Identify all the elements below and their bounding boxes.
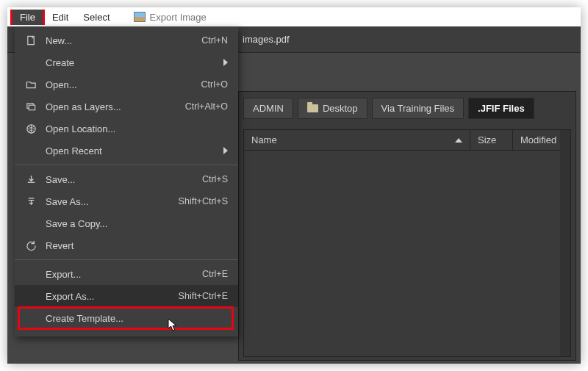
menu-save-copy[interactable]: Save a Copy... <box>15 212 238 234</box>
open-icon <box>25 79 37 90</box>
file-list: Name Size Modified <box>243 129 571 357</box>
menu-open-recent-label: Open Recent <box>44 145 216 156</box>
column-size[interactable]: Size <box>470 130 513 150</box>
menu-create[interactable]: Create <box>15 51 238 73</box>
menu-new[interactable]: New... Ctrl+N <box>15 29 238 51</box>
window-title: Export Image <box>150 12 207 23</box>
menu-save-as-label: Save As... <box>44 196 154 207</box>
column-size-label: Size <box>478 134 496 145</box>
sort-ascending-icon <box>455 138 462 143</box>
crumb-admin[interactable]: ADMIN <box>243 98 293 119</box>
menu-open-layers[interactable]: Open as Layers... Ctrl+Alt+O <box>15 96 238 118</box>
menu-separator <box>15 259 238 260</box>
menu-export[interactable]: Export... Ctrl+E <box>15 263 238 285</box>
column-name[interactable]: Name <box>244 130 470 150</box>
crumb-admin-label: ADMIN <box>253 103 284 114</box>
menu-select[interactable]: Select <box>76 10 117 25</box>
menu-save-copy-label: Save a Copy... <box>44 218 154 229</box>
menu-new-accel: Ctrl+N <box>162 35 228 46</box>
folder-icon <box>307 104 318 112</box>
menu-export-as-label: Export As... <box>44 291 154 302</box>
submenu-arrow-icon <box>223 59 228 66</box>
menu-save[interactable]: Save... Ctrl+S <box>15 168 238 190</box>
layers-icon <box>25 101 37 112</box>
menu-new-label: New... <box>44 35 154 46</box>
new-icon <box>25 35 37 46</box>
column-name-label: Name <box>251 134 277 145</box>
column-modified-label: Modified <box>520 134 556 145</box>
menu-export-as-accel: Shift+Ctrl+E <box>162 291 228 301</box>
app-icon <box>134 12 146 22</box>
menubar: File Edit Select Export Image <box>7 7 581 26</box>
menu-export-as[interactable]: Export As... Shift+Ctrl+E <box>15 285 238 307</box>
menu-open-recent[interactable]: Open Recent <box>15 140 238 162</box>
menu-open-location[interactable]: Open Location... <box>15 118 238 140</box>
crumb-desktop-label: Desktop <box>323 103 358 114</box>
crumb-desktop[interactable]: Desktop <box>298 98 368 119</box>
file-menu-highlight: File <box>10 10 45 25</box>
export-dialog: ADMIN Desktop Via Training Files .JFIF F… <box>238 91 576 361</box>
document-tab-label: images.pdf <box>243 34 290 45</box>
svg-rect-2 <box>29 105 35 110</box>
menu-open[interactable]: Open... Ctrl+O <box>15 73 238 96</box>
scrollbar[interactable] <box>560 130 570 356</box>
menu-revert[interactable]: Revert <box>15 234 238 256</box>
menu-export-accel: Ctrl+E <box>162 269 228 279</box>
menu-open-label: Open... <box>44 79 154 90</box>
menu-revert-label: Revert <box>44 240 154 251</box>
menu-separator <box>15 165 238 165</box>
menu-edit[interactable]: Edit <box>45 10 76 25</box>
menu-save-label: Save... <box>44 174 154 185</box>
globe-icon <box>25 123 37 134</box>
menu-open-accel: Ctrl+O <box>162 79 228 90</box>
menu-create-template[interactable]: Create Template... <box>15 307 238 329</box>
file-dropdown: New... Ctrl+N Create Open... Ctrl+O Open… <box>15 26 238 336</box>
revert-icon <box>25 239 37 251</box>
breadcrumb: ADMIN Desktop Via Training Files .JFIF F… <box>239 92 576 129</box>
menu-save-accel: Ctrl+S <box>162 174 228 184</box>
crumb-training-label: Via Training Files <box>381 103 454 114</box>
menu-open-layers-label: Open as Layers... <box>44 101 154 112</box>
menu-open-location-label: Open Location... <box>44 123 154 134</box>
submenu-arrow-icon <box>223 147 228 154</box>
file-list-header: Name Size Modified <box>244 130 570 151</box>
menu-export-label: Export... <box>44 269 154 280</box>
menu-save-as[interactable]: Save As... Shift+Ctrl+S <box>15 190 238 212</box>
menu-open-layers-accel: Ctrl+Alt+O <box>162 101 228 112</box>
crumb-jfif-label: .JFIF Files <box>478 103 525 114</box>
menu-save-as-accel: Shift+Ctrl+S <box>162 196 228 206</box>
menu-create-template-label: Create Template... <box>44 313 154 324</box>
save-icon <box>25 173 37 185</box>
crumb-jfif[interactable]: .JFIF Files <box>468 98 534 119</box>
save-as-icon <box>25 195 37 207</box>
menu-file[interactable]: File <box>12 10 43 25</box>
menu-create-label: Create <box>44 57 216 68</box>
crumb-training[interactable]: Via Training Files <box>372 98 464 119</box>
